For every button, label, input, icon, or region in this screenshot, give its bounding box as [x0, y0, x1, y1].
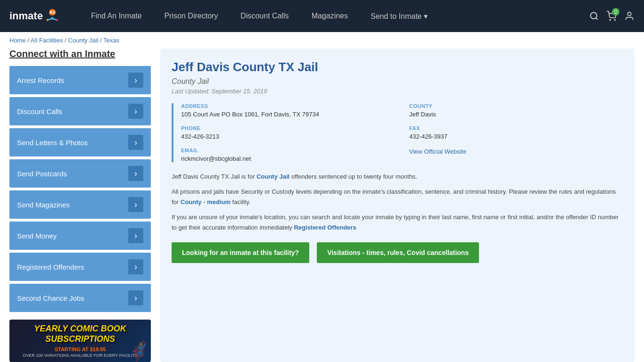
county-jail-link[interactable]: County Jail [256, 173, 289, 180]
action-buttons: Looking for an inmate at this facility? … [172, 242, 623, 263]
breadcrumb-all-facilities[interactable]: All Facilities [31, 37, 63, 44]
address-block: ADDRESS 105 Court Ave PO Box 1061, Fort … [181, 103, 395, 118]
sidebar-label-send-postcards: Send Postcards [17, 170, 67, 178]
ad-banner[interactable]: YEARLY COMIC BOOKSUBSCRIPTIONS STARTING … [9, 320, 151, 362]
breadcrumb-state[interactable]: Texas [103, 37, 119, 44]
address-value: 105 Court Ave PO Box 1061, Fort Davis, T… [181, 111, 395, 118]
breadcrumb-county-jail[interactable]: County Jail [68, 37, 98, 44]
county-label: COUNTY [409, 103, 623, 109]
sidebar-label-send-letters: Send Letters & Photos [17, 139, 88, 147]
sidebar-item-second-chance-jobs[interactable]: Second Chance Jobs › [9, 284, 151, 312]
sidebar-label-registered-offenders: Registered Offenders [17, 263, 84, 271]
facility-name: Jeff Davis County TX Jail [172, 60, 623, 74]
sidebar-label-second-chance-jobs: Second Chance Jobs [17, 294, 84, 302]
breadcrumb: Home / All Facilities / County Jail / Te… [0, 32, 644, 49]
svg-point-2 [47, 19, 49, 21]
sidebar: Connect with an Inmate Arrest Records › … [9, 49, 151, 362]
county-value: Jeff Davis [409, 111, 623, 118]
facility-type: County Jail [172, 77, 623, 86]
fax-block: FAX 432-426-3937 [409, 125, 623, 140]
fax-label: FAX [409, 125, 623, 131]
address-label: ADDRESS [181, 103, 395, 109]
svg-point-7 [610, 19, 611, 20]
sidebar-title: Connect with an Inmate [9, 49, 151, 59]
user-button[interactable] [624, 11, 635, 21]
email-value: rickmcivor@sbcglobal.net [181, 155, 395, 162]
arrow-icon-send-magazines: › [128, 197, 143, 212]
main-nav: Find An Inmate Prison Directory Discount… [80, 0, 589, 32]
arrow-icon-registered-offenders: › [128, 259, 143, 274]
arrow-icon-second-chance-jobs: › [128, 290, 143, 305]
svg-point-8 [614, 19, 615, 20]
logo[interactable]: inmate All [9, 8, 61, 25]
breadcrumb-home[interactable]: Home [9, 37, 26, 44]
sidebar-label-send-money: Send Money [17, 232, 57, 240]
ad-description: OVER 100 VARIATIONS AVAILABLE FOR EVERY … [23, 353, 138, 358]
nav-magazines[interactable]: Magazines [300, 0, 359, 32]
sidebar-item-registered-offenders[interactable]: Registered Offenders › [9, 253, 151, 281]
svg-line-6 [596, 18, 598, 20]
sidebar-item-arrest-records[interactable]: Arrest Records › [9, 66, 151, 94]
sidebar-label-send-magazines: Send Magazines [17, 201, 70, 209]
search-icon [589, 11, 599, 21]
arrow-icon-arrest-records: › [128, 73, 143, 88]
nav-send-to-inmate[interactable]: Send to Inmate ▾ [359, 0, 439, 32]
arrow-icon-send-letters: › [128, 135, 143, 150]
official-website-link[interactable]: View Official Website [409, 148, 466, 155]
logo-text: inmate [9, 10, 43, 22]
description-1: Jeff Davis County TX Jail is for County … [172, 172, 623, 182]
email-block: EMAIL rickmcivor@sbcglobal.net [181, 148, 395, 162]
phone-value: 432-426-3213 [181, 133, 395, 140]
arrow-icon-discount-calls: › [128, 104, 143, 119]
website-block: View Official Website [409, 148, 623, 162]
cart-button[interactable]: 0 [606, 11, 617, 21]
header-icons: 0 [589, 11, 635, 21]
sidebar-item-send-money[interactable]: Send Money › [9, 222, 151, 250]
sidebar-label-arrest-records: Arrest Records [17, 76, 64, 84]
visitation-button[interactable]: Visitations - times, rules, Covid cancel… [317, 242, 479, 263]
svg-point-5 [591, 13, 597, 19]
sidebar-item-send-letters[interactable]: Send Letters & Photos › [9, 128, 151, 156]
svg-text:All: All [50, 10, 56, 15]
cart-badge: 0 [612, 8, 619, 16]
sidebar-item-discount-calls[interactable]: Discount Calls › [9, 97, 151, 125]
phone-label: PHONE [181, 125, 395, 131]
arrow-icon-send-postcards: › [128, 166, 143, 181]
arrow-icon-send-money: › [128, 228, 143, 243]
nav-discount-calls[interactable]: Discount Calls [229, 0, 300, 32]
email-label: EMAIL [181, 148, 395, 153]
svg-point-4 [56, 19, 58, 21]
main-header: inmate All Find An Inmate Prison Directo… [0, 0, 644, 32]
county-block: COUNTY Jeff Davis [409, 103, 623, 118]
nav-find-inmate[interactable]: Find An Inmate [80, 0, 153, 32]
sidebar-item-send-magazines[interactable]: Send Magazines › [9, 190, 151, 219]
find-inmate-button[interactable]: Looking for an inmate at this facility? [172, 242, 309, 263]
ad-heroes-icon: 🦸 [127, 340, 151, 362]
facility-info-grid: ADDRESS 105 Court Ave PO Box 1061, Fort … [172, 103, 623, 162]
registered-offenders-link[interactable]: Registered Offenders [294, 224, 356, 231]
search-button[interactable] [589, 11, 599, 21]
user-icon [624, 11, 635, 21]
facility-updated: Last Updated: September 15, 2019 [172, 88, 623, 95]
facility-detail: Jeff Davis County TX Jail County Jail La… [160, 49, 635, 362]
logo-icon: All [44, 8, 61, 25]
svg-point-3 [51, 17, 53, 19]
fax-value: 432-426-3937 [409, 133, 623, 140]
ad-title: YEARLY COMIC BOOKSUBSCRIPTIONS [34, 324, 126, 344]
main-content: Connect with an Inmate Arrest Records › … [0, 49, 644, 362]
county-medium-link[interactable]: County - medium [181, 198, 231, 206]
description-3: If you are unsure of your inmate's locat… [172, 212, 623, 233]
sidebar-label-discount-calls: Discount Calls [17, 107, 62, 115]
description-2: All prisons and jails have Security or C… [172, 187, 623, 207]
sidebar-item-send-postcards[interactable]: Send Postcards › [9, 159, 151, 188]
nav-prison-directory[interactable]: Prison Directory [153, 0, 230, 32]
ad-subtitle: STARTING AT $19.95 [55, 346, 106, 352]
phone-block: PHONE 432-426-3213 [181, 125, 395, 140]
svg-point-9 [627, 12, 631, 16]
